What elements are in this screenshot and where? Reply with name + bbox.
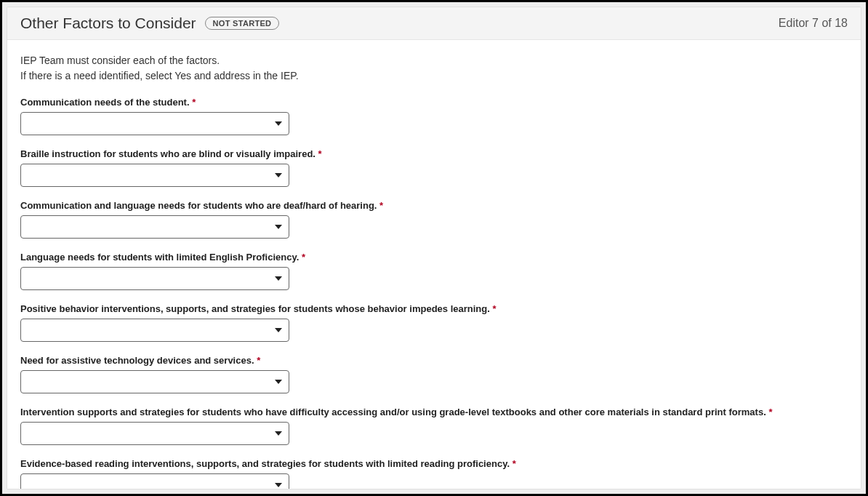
required-mark: * [302,252,305,263]
field-braille-instruction: Braille instruction for students who are… [20,148,848,187]
panel-body: IEP Team must consider each of the facto… [7,40,861,489]
label-text: Communication and language needs for stu… [20,200,377,211]
communication-needs-select[interactable] [20,112,289,135]
reading-interventions-select[interactable] [20,473,289,489]
select-wrap [20,112,289,135]
field-label: Language needs for students with limited… [20,252,848,263]
status-badge: NOT STARTED [205,17,280,30]
header-left: Other Factors to Consider NOT STARTED [20,15,279,32]
editor-panel: Other Factors to Consider NOT STARTED Ed… [7,7,861,489]
limited-english-select[interactable] [20,267,289,290]
panel-header: Other Factors to Consider NOT STARTED Ed… [7,7,861,40]
label-text: Language needs for students with limited… [20,252,299,263]
label-text: Positive behavior interventions, support… [20,303,490,314]
page-title: Other Factors to Consider [20,15,196,32]
select-wrap [20,473,289,489]
intro-text: IEP Team must consider each of the facto… [20,53,848,84]
field-label: Braille instruction for students who are… [20,148,848,159]
select-wrap [20,319,289,342]
field-label: Intervention supports and strategies for… [20,407,848,417]
select-wrap [20,164,289,187]
braille-instruction-select[interactable] [20,164,289,187]
deaf-hard-of-hearing-select[interactable] [20,215,289,239]
field-positive-behavior: Positive behavior interventions, support… [20,303,848,342]
field-assistive-technology: Need for assistive technology devices an… [20,355,848,393]
field-limited-english: Language needs for students with limited… [20,252,848,290]
app-frame: Other Factors to Consider NOT STARTED Ed… [0,0,868,496]
select-wrap [20,267,289,290]
label-text: Evidence-based reading interventions, su… [20,458,510,469]
select-wrap [20,422,289,445]
required-mark: * [513,458,516,469]
field-deaf-hard-of-hearing: Communication and language needs for stu… [20,200,848,239]
required-mark: * [768,407,772,417]
field-communication-needs: Communication needs of the student. * [20,97,848,135]
label-text: Need for assistive technology devices an… [20,355,254,366]
required-mark: * [257,355,260,366]
field-label: Evidence-based reading interventions, su… [20,458,848,469]
intro-line-2: If there is a need identified, select Ye… [20,68,848,84]
field-label: Positive behavior interventions, support… [20,303,848,314]
field-label: Communication needs of the student. * [20,97,848,108]
field-label: Communication and language needs for stu… [20,200,848,211]
select-wrap [20,370,289,393]
required-mark: * [318,148,322,159]
field-label: Need for assistive technology devices an… [20,355,848,366]
assistive-technology-select[interactable] [20,370,289,393]
editor-count: Editor 7 of 18 [779,17,848,30]
field-reading-interventions: Evidence-based reading interventions, su… [20,458,848,489]
intro-line-1: IEP Team must consider each of the facto… [20,53,848,68]
label-text: Communication needs of the student. [20,97,190,108]
label-text: Intervention supports and strategies for… [20,407,766,417]
intervention-supports-select[interactable] [20,422,289,445]
field-intervention-supports: Intervention supports and strategies for… [20,407,848,445]
positive-behavior-select[interactable] [20,319,289,342]
required-mark: * [379,200,383,211]
select-wrap [20,215,289,239]
label-text: Braille instruction for students who are… [20,148,316,159]
required-mark: * [192,97,196,108]
required-mark: * [492,303,496,314]
